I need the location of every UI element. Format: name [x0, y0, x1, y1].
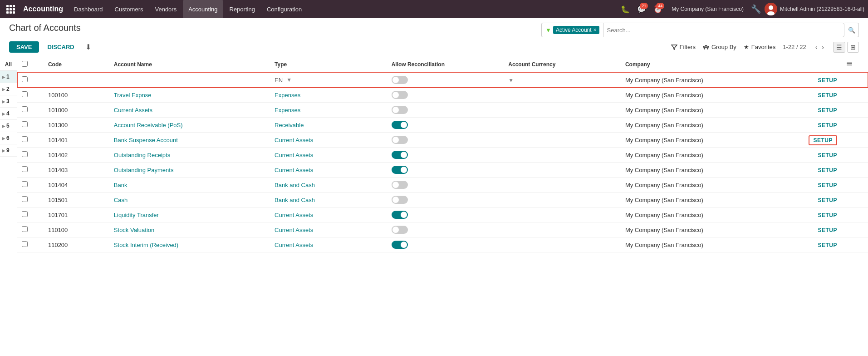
kanban-view-button[interactable]: ⊞ [847, 42, 859, 53]
list-view-button[interactable]: ☰ [833, 42, 845, 53]
row-type-2[interactable]: Receivable [270, 118, 387, 133]
header-type[interactable]: Type [270, 57, 387, 72]
reconcile-toggle-10[interactable] [392, 241, 408, 249]
row-type-4[interactable]: Current Assets [270, 148, 387, 163]
sidebar-item-4[interactable]: ▶4 [0, 108, 17, 120]
sidebar-all-item[interactable]: All [0, 59, 17, 71]
group-by-button[interactable]: Group By [703, 44, 736, 50]
sidebar-item-5[interactable]: ▶5 [0, 120, 17, 132]
new-row-setup-button[interactable]: SETUP [818, 77, 837, 84]
reconcile-toggle-9[interactable] [392, 226, 408, 234]
row-setup-3[interactable]: SETUP [781, 133, 842, 148]
row-type-5[interactable]: Current Assets [270, 163, 387, 178]
save-button[interactable]: SAVE [9, 41, 39, 53]
row-setup-1[interactable]: SETUP [781, 103, 842, 118]
row-setup-10[interactable]: SETUP [781, 237, 842, 252]
nav-link-vendors[interactable]: Vendors [149, 0, 182, 18]
search-icon[interactable]: 🔍 [844, 23, 859, 37]
row-name-1[interactable]: Current Assets [109, 103, 270, 118]
row-checkbox-7[interactable] [22, 196, 28, 202]
next-page-button[interactable]: › [820, 43, 826, 52]
row-name-8[interactable]: Liquidity Transfer [109, 208, 270, 222]
clock-icon[interactable]: ⏰ 44 [652, 3, 664, 15]
row-name-2[interactable]: Account Receivable (PoS) [109, 118, 270, 133]
header-code[interactable]: Code [44, 57, 109, 72]
reconcile-toggle-6[interactable] [392, 181, 408, 189]
active-account-tag[interactable]: Active Account × [553, 26, 599, 34]
header-settings[interactable] [842, 57, 868, 72]
nav-link-configuration[interactable]: Configuration [261, 0, 307, 18]
nav-brand[interactable]: Accounting [20, 5, 67, 13]
new-row-reconcile-toggle[interactable] [392, 76, 500, 84]
nav-link-accounting[interactable]: Accounting [183, 0, 223, 18]
bug-icon[interactable]: 🐛 [619, 3, 632, 15]
reconcile-toggle-4[interactable] [392, 151, 408, 159]
row-type-10[interactable]: Current Assets [270, 237, 387, 252]
sidebar-item-9[interactable]: ▶9 [0, 144, 17, 157]
nav-company[interactable]: My Company (San Francisco) [668, 6, 747, 12]
nav-link-reporting[interactable]: Reporting [224, 0, 260, 18]
reconcile-toggle-7[interactable] [392, 196, 408, 204]
row-checkbox-2[interactable] [22, 121, 28, 127]
row-type-1[interactable]: Expenses [270, 103, 387, 118]
row-setup-6[interactable]: SETUP [781, 178, 842, 193]
setup-button-2[interactable]: SETUP [818, 122, 837, 129]
row-type-8[interactable]: Current Assets [270, 208, 387, 222]
row-checkbox-10[interactable] [22, 241, 28, 247]
row-setup-4[interactable]: SETUP [781, 148, 842, 163]
setup-button-1[interactable]: SETUP [818, 107, 837, 114]
discard-button[interactable]: DISCARD [43, 41, 78, 53]
setup-button-6[interactable]: SETUP [818, 182, 837, 188]
setup-button-5[interactable]: SETUP [818, 167, 837, 173]
row-checkbox-8[interactable] [22, 211, 28, 217]
setup-button-7[interactable]: SETUP [818, 197, 837, 203]
row-setup-7[interactable]: SETUP [781, 193, 842, 208]
reconcile-toggle-1[interactable] [392, 106, 408, 114]
reconcile-toggle-0[interactable] [392, 91, 408, 99]
row-checkbox-3[interactable] [22, 136, 28, 142]
filters-button[interactable]: Filters [671, 44, 696, 50]
header-company[interactable]: Company [621, 57, 781, 72]
download-button[interactable]: ⬇ [83, 41, 94, 53]
setup-button-8[interactable]: SETUP [818, 212, 837, 218]
nav-user[interactable]: Mitchell Admin (21229583-16-0-all) [765, 3, 864, 15]
row-setup-0[interactable]: SETUP [781, 88, 842, 103]
row-setup-5[interactable]: SETUP [781, 163, 842, 178]
row-name-0[interactable]: Travel Expnse [109, 88, 270, 103]
row-setup-9[interactable]: SETUP [781, 222, 842, 237]
new-row-currency-dropdown-arrow[interactable]: ▼ [508, 77, 514, 84]
row-name-3[interactable]: Bank Suspense Account [109, 133, 270, 148]
reconcile-toggle-3[interactable] [392, 136, 408, 144]
new-row-checkbox[interactable] [22, 76, 28, 82]
setup-button-3[interactable]: SETUP [809, 135, 837, 145]
row-type-0[interactable]: Expenses [270, 88, 387, 103]
row-checkbox-9[interactable] [22, 226, 28, 232]
row-type-7[interactable]: Bank and Cash [270, 193, 387, 208]
reconcile-toggle-2[interactable] [392, 121, 408, 129]
row-checkbox-6[interactable] [22, 181, 28, 187]
setup-button-10[interactable]: SETUP [818, 242, 837, 248]
row-checkbox-0[interactable] [22, 91, 28, 97]
setup-button-4[interactable]: SETUP [818, 152, 837, 158]
sidebar-item-3[interactable]: ▶3 [0, 95, 17, 108]
new-row-type-select[interactable]: EN ▼ [275, 77, 383, 84]
row-type-9[interactable]: Current Assets [270, 222, 387, 237]
reconcile-toggle-8[interactable] [392, 211, 408, 219]
header-account-currency[interactable]: Account Currency [504, 57, 621, 72]
row-setup-2[interactable]: SETUP [781, 118, 842, 133]
tag-close-icon[interactable]: × [593, 27, 597, 33]
row-checkbox-4[interactable] [22, 151, 28, 157]
row-checkbox-1[interactable] [22, 106, 28, 112]
nav-link-customers[interactable]: Customers [109, 0, 149, 18]
setup-button-0[interactable]: SETUP [818, 92, 837, 99]
sidebar-item-2[interactable]: ▶2 [0, 83, 17, 95]
nav-link-dashboard[interactable]: Dashboard [69, 0, 108, 18]
sidebar-item-1[interactable]: ▶1 [0, 71, 17, 83]
header-allow-reconciliation[interactable]: Allow Reconciliation [387, 57, 504, 72]
wrench-icon[interactable]: 🔧 [751, 4, 761, 14]
row-type-3[interactable]: Current Assets [270, 133, 387, 148]
row-name-5[interactable]: Outstanding Payments [109, 163, 270, 178]
chat-icon[interactable]: 💬 21 [635, 3, 648, 15]
reconcile-toggle-5[interactable] [392, 166, 408, 174]
row-type-6[interactable]: Bank and Cash [270, 178, 387, 193]
